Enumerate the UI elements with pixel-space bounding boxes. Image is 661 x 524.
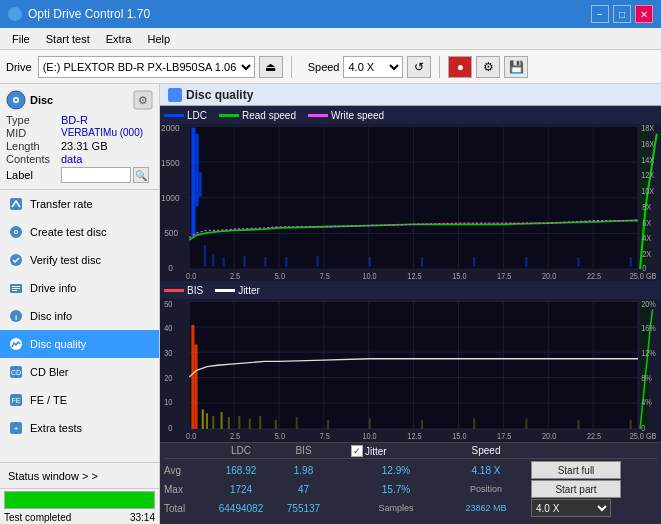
svg-rect-47 [264,257,266,267]
type-value: BD-R [61,114,88,126]
nav-disc-info-label: Disc info [30,310,72,322]
svg-rect-41 [195,134,198,207]
svg-text:FE: FE [12,397,21,404]
refresh-speed-button[interactable]: ↺ [407,56,431,78]
svg-text:40: 40 [164,324,172,334]
start-full-button[interactable]: Start full [531,461,621,479]
position-value: 23862 MB [441,503,531,513]
titlebar-left: Opti Drive Control 1.70 [8,7,150,21]
status-section: Status window > > Test completed 33:14 [0,462,159,524]
col-buttons [531,445,621,457]
toolbar: Drive (E:) PLEXTOR BD-R PX-LB950SA 1.06 … [0,50,661,84]
minimize-button[interactable]: − [591,5,609,23]
disc-header-icon [6,90,26,110]
svg-text:2.5: 2.5 [230,271,241,281]
speed-label: Speed [308,61,340,73]
svg-text:50: 50 [164,299,172,309]
nav-create-test-disc[interactable]: Create test disc [0,218,159,246]
length-value: 23.31 GB [61,140,107,152]
svg-rect-105 [212,416,214,429]
nav-fe-te-label: FE / TE [30,394,67,406]
svg-point-8 [15,231,17,233]
svg-text:16%: 16% [641,324,656,334]
chart-title: Disc quality [186,88,253,102]
close-button[interactable]: ✕ [635,5,653,23]
disc-settings-icon[interactable]: ⚙ [133,90,153,110]
svg-point-2 [15,99,18,102]
avg-jitter: 12.9% [351,465,441,476]
app-icon [8,7,22,21]
nav-verify-test-disc[interactable]: Verify test disc [0,246,159,274]
speed-select-wrapper: 4.0 X [531,499,621,517]
verify-disc-icon [8,252,24,268]
nav-disc-info[interactable]: i Disc info [0,302,159,330]
max-bis: 47 [276,484,331,495]
transfer-rate-icon [8,196,24,212]
record-button[interactable]: ● [448,56,472,78]
label-btn[interactable]: 🔍 [133,167,149,183]
svg-rect-51 [421,257,423,267]
disc-quality-icon [8,336,24,352]
bis-label: BIS [187,285,203,296]
drive-select[interactable]: (E:) PLEXTOR BD-R PX-LB950SA 1.06 [38,56,255,78]
titlebar-controls: − □ ✕ [591,5,653,23]
speed-select[interactable]: 4.0 X [343,56,403,78]
svg-text:18X: 18X [641,124,655,133]
disc-info-icon: i [8,308,24,324]
drive-info-icon [8,280,24,296]
nav-fe-te[interactable]: FE FE / TE [0,386,159,414]
svg-rect-52 [473,257,475,267]
nav-drive-info[interactable]: Drive info [0,274,159,302]
disc-mid-row: MID VERBATIMu (000) [6,127,153,139]
nav-extra-tests[interactable]: + Extra tests [0,414,159,442]
svg-text:0.0: 0.0 [186,432,197,442]
status-window-label: Status window > > [8,470,98,482]
start-part-button[interactable]: Start part [531,480,621,498]
main-area: Disc ⚙ Type BD-R MID VERBATIMu (000) Len… [0,84,661,524]
type-label: Type [6,114,61,126]
nav-disc-quality-label: Disc quality [30,338,86,350]
menu-help[interactable]: Help [139,31,178,47]
svg-rect-46 [244,256,246,267]
max-ldc: 1724 [206,484,276,495]
label-input[interactable] [61,167,131,183]
position-label: Position [441,484,531,494]
eject-button[interactable]: ⏏ [259,56,283,78]
svg-rect-45 [223,257,225,267]
svg-text:500: 500 [164,228,178,239]
menu-extra[interactable]: Extra [98,31,140,47]
svg-text:20: 20 [164,373,172,383]
disc-header: Disc ⚙ [6,90,153,110]
svg-text:15.0: 15.0 [452,271,467,281]
svg-rect-119 [630,420,632,429]
col-empty [164,445,206,457]
contents-label: Contents [6,153,61,165]
svg-rect-13 [12,290,17,291]
nav-cd-bler[interactable]: CD CD Bler [0,358,159,386]
status-window-button[interactable]: Status window > > [0,463,159,489]
bis-color [164,289,184,292]
settings-button[interactable]: ⚙ [476,56,500,78]
svg-text:2.5: 2.5 [230,432,241,442]
svg-rect-48 [285,257,287,267]
menu-start-test[interactable]: Start test [38,31,98,47]
nav-disc-quality[interactable]: Disc quality [0,330,159,358]
legend-ldc: LDC [164,110,207,121]
menu-file[interactable]: File [4,31,38,47]
svg-text:17.5: 17.5 [497,271,512,281]
jitter-checkbox[interactable]: ✓ [351,445,363,457]
status-time: 33:14 [130,512,155,523]
col-speed-header: Speed [441,445,531,457]
nav-transfer-rate[interactable]: Transfer rate [0,190,159,218]
jitter-check[interactable]: ✓ Jitter [351,445,433,457]
svg-text:15.0: 15.0 [452,432,467,442]
progress-bar-fill [5,492,154,508]
svg-text:17.5: 17.5 [497,432,512,442]
svg-text:20%: 20% [641,299,656,309]
speed-stat-select[interactable]: 4.0 X [531,499,611,517]
save-button[interactable]: 💾 [504,56,528,78]
svg-rect-106 [221,412,223,429]
maximize-button[interactable]: □ [613,5,631,23]
svg-rect-113 [327,420,329,429]
length-label: Length [6,140,61,152]
